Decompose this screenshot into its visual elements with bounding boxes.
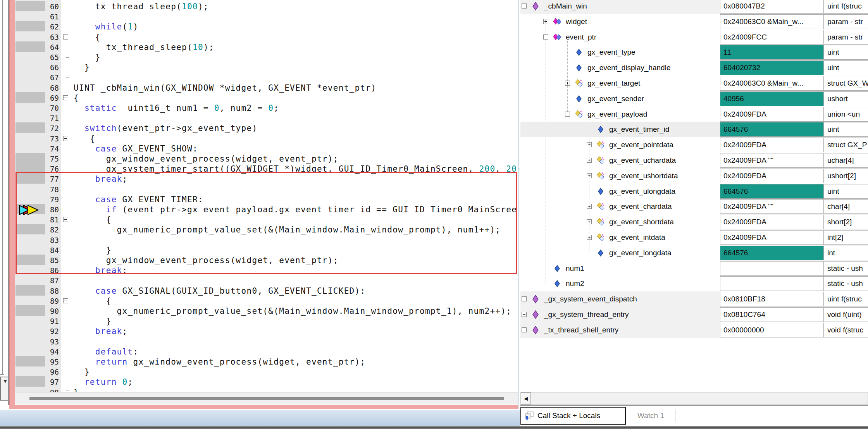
line-number: 91 (16, 316, 59, 326)
watch-variable-name[interactable]: gx_event_shortdata (609, 218, 674, 226)
tree-plus-box-icon[interactable] (522, 296, 527, 301)
watch-variable-name[interactable]: gx_event_chardata (609, 202, 672, 211)
watch-variable-name[interactable]: gx_event_target (587, 79, 640, 88)
tree-plus-box-icon[interactable] (543, 19, 548, 24)
watch-value-cell[interactable]: 0x00000000 (720, 323, 824, 337)
watch-variable-name[interactable]: gx_event_uchardata (609, 156, 676, 165)
watch-value-cell[interactable]: 604020732 (720, 60, 824, 75)
code-line: gx_numeric_prompt_value_set(&(Main_windo… (74, 225, 501, 235)
union-diamond-icon (597, 218, 605, 226)
watch-variable-name[interactable]: gx_event_ushortdata (609, 172, 678, 180)
tab-watch-1[interactable]: Watch 1 (637, 407, 664, 425)
watch-value-cell[interactable]: 0x24009FDA (720, 138, 824, 152)
watch-variable-name[interactable]: _gx_system_thread_entry (544, 310, 629, 319)
watch-value-cell[interactable]: 0x24009FDA (720, 169, 824, 183)
tree-guide-line (567, 41, 568, 112)
editor-horizontal-scrollbar[interactable] (15, 392, 518, 404)
code-line: if (event_ptr->gx_event_payload.gx_event… (74, 205, 517, 215)
watch-type-cell: param - str (824, 14, 868, 29)
member-diamond-icon (553, 279, 561, 288)
line-number: 83 (16, 235, 59, 245)
line-number: 63 (16, 32, 59, 42)
watch-variable-name[interactable]: gx_event_longdata (609, 249, 672, 257)
tree-plus-box-icon[interactable] (587, 142, 592, 147)
watch-value-cell[interactable]: 664576 (720, 246, 824, 260)
watch-variable-name[interactable]: _tx_thread_shell_entry (544, 326, 618, 334)
param-diamond-icon (553, 17, 561, 26)
watch-type-cell: static - ush (824, 276, 868, 291)
watch-value-cell[interactable]: 0x240063C0 &Main_w... (720, 14, 824, 29)
watch-variable-name[interactable]: gx_event_payload (587, 110, 647, 119)
watch-value-cell[interactable]: 0x0810C764 (720, 307, 824, 322)
watch-variable-name[interactable]: gx_event_timer_id (609, 125, 669, 134)
code-line: case GX_EVENT_SHOW: (74, 144, 198, 154)
watch-value-cell[interactable]: 0x0810BF18 (720, 292, 824, 306)
watch-variable-name[interactable]: gx_event_display_handle (587, 64, 670, 72)
watch-variable-name[interactable]: event_ptr (566, 33, 596, 41)
tree-guide-line (524, 6, 524, 330)
tree-plus-box-icon[interactable] (565, 81, 570, 86)
editor-scrollbar-thumb[interactable] (29, 397, 504, 400)
code-line: while(1) (74, 22, 138, 32)
tree-plus-box-icon[interactable] (587, 219, 592, 224)
watch-variable-name[interactable]: num2 (566, 279, 584, 288)
watch-value-cell[interactable]: 664576 (720, 184, 824, 199)
watch-value-cell[interactable] (720, 276, 824, 291)
watch-value-cell[interactable]: 0x080047B2 (720, 0, 824, 14)
func-diamond-icon (532, 295, 540, 303)
watch-value-cell[interactable]: 0x240063C0 &Main_w... (720, 76, 824, 91)
watch-value-cell[interactable]: 0x24009FDA "" (720, 199, 824, 214)
tree-guide-line (589, 118, 589, 253)
fold-guide-line (66, 39, 66, 77)
line-number: 88 (16, 286, 59, 296)
watch-scrollbar-left-arrow-button[interactable]: ◀ (521, 392, 531, 404)
watch-value-cell[interactable]: 40956 (720, 91, 824, 106)
watch-type-cell: char[4] (824, 199, 868, 214)
tree-plus-box-icon[interactable] (587, 235, 592, 240)
union-diamond-icon (597, 172, 605, 180)
tab-call-stack-locals[interactable]: Call Stack + Locals (520, 407, 626, 425)
code-line: } (74, 245, 112, 255)
watch-variable-name[interactable]: num1 (566, 264, 584, 273)
union-diamond-icon (575, 79, 583, 88)
fold-guide-tick (66, 77, 69, 78)
line-number: 78 (16, 184, 59, 194)
watch-value-cell[interactable]: 0x24009FDA "" (720, 153, 824, 168)
watch-variable-name[interactable]: gx_event_pointdata (609, 141, 673, 149)
watch-variable-name[interactable]: gx_event_sender (587, 95, 644, 103)
watch-value-cell[interactable]: 0x24009FDA (720, 215, 824, 229)
watch-variable-name[interactable]: gx_event_ulongdata (609, 187, 675, 196)
tree-plus-box-icon[interactable] (587, 158, 592, 163)
watch-variable-name[interactable]: _cbMain_win (544, 2, 587, 10)
watch-value-cell[interactable]: 664576 (720, 122, 824, 137)
watch-variable-name[interactable]: gx_event_type (587, 48, 636, 57)
tree-plus-box-icon[interactable] (587, 204, 592, 209)
line-number: 94 (16, 347, 59, 357)
watch-horizontal-scrollbar[interactable] (520, 392, 868, 405)
watch-value-cell[interactable]: 11 (720, 45, 824, 60)
watch-variable-name[interactable]: gx_event_intdata (609, 233, 665, 242)
line-number: 60 (16, 2, 59, 12)
union-diamond-icon (597, 156, 605, 165)
bottom-divider-line (0, 426, 868, 429)
watch-value-cell[interactable] (720, 261, 824, 276)
watch-value-cell[interactable]: 0x24009FDA (720, 230, 824, 245)
tree-minus-box-icon[interactable] (565, 112, 570, 117)
watch-type-cell: uint (824, 60, 868, 75)
code-line: static uint16_t num1 = 0, num2 = 0; (74, 103, 279, 113)
watch-variable-name[interactable]: widget (566, 17, 587, 26)
tree-plus-box-icon[interactable] (522, 312, 527, 317)
tree-plus-box-icon[interactable] (587, 173, 592, 178)
tree-minus-box-icon[interactable] (543, 34, 548, 40)
code-line: gx_window_event_process(widget, event_pt… (74, 154, 339, 164)
func-diamond-icon (532, 326, 540, 334)
watch-type-cell: uint (824, 45, 868, 60)
watch-variable-name[interactable]: _gx_system_event_dispatch (544, 295, 637, 303)
code-line: { (74, 32, 101, 42)
watch-value-cell[interactable]: 0x24009FCC (720, 30, 824, 45)
left-pane-border-line (2, 0, 3, 374)
watch-value-cell[interactable]: 0x24009FDA (720, 107, 824, 122)
tree-guide-line (546, 22, 546, 284)
tree-minus-box-icon[interactable] (522, 3, 527, 9)
tree-plus-box-icon[interactable] (522, 327, 527, 332)
